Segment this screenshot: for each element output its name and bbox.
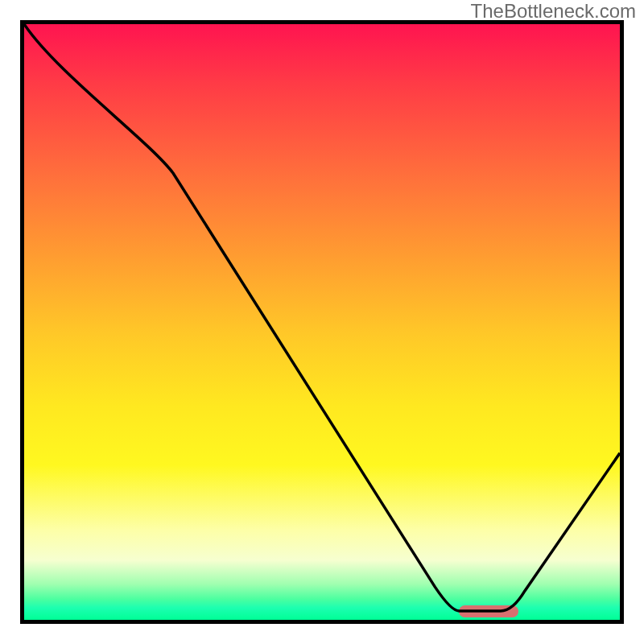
plot-area [20, 20, 624, 624]
chart-container: TheBottleneck.com [0, 0, 644, 644]
bottleneck-curve [24, 24, 620, 620]
watermark-text: TheBottleneck.com [471, 0, 636, 23]
